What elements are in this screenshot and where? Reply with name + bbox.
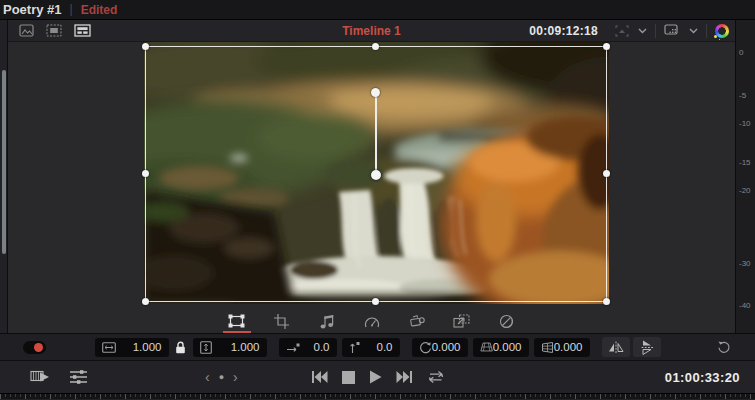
zoom-y-field[interactable]: 1.000	[193, 338, 267, 357]
image-thumbnail-icon[interactable]	[19, 24, 34, 37]
vertical-scrollbar[interactable]	[2, 70, 6, 254]
transform-handle-top-center[interactable]	[372, 43, 379, 50]
transform-handle-mid-left[interactable]	[142, 170, 149, 177]
edited-status-badge: Edited	[81, 3, 118, 17]
position-x-icon	[286, 342, 301, 353]
audio-meter-scale: 0 -5 -10 -15 -20 -30 -40	[735, 20, 755, 333]
crop-tool-button[interactable]	[273, 312, 291, 330]
reset-transform-icon[interactable]	[717, 340, 731, 354]
position-y-value: 0.0	[377, 341, 393, 353]
transform-enable-toggle[interactable]	[23, 341, 46, 354]
rotation-angle-value: 0.000	[432, 341, 461, 353]
viewer-timecode[interactable]: 00:09:12:18	[529, 24, 598, 38]
meter-label: -10	[739, 119, 751, 128]
monitor-grid-icon[interactable]	[664, 24, 681, 37]
pitch-field[interactable]: 0.000	[473, 338, 529, 357]
jog-right-chevron[interactable]: ›	[233, 369, 238, 385]
rotation-handle-line	[375, 93, 377, 175]
transform-handle-mid-right[interactable]	[603, 170, 610, 177]
viewer-header: Timeline 1 00:09:12:18	[8, 20, 735, 42]
retime-tool-button[interactable]	[363, 312, 381, 330]
position-y-icon	[349, 341, 361, 354]
lock-aspect-icon[interactable]	[174, 341, 188, 354]
divider	[655, 24, 656, 38]
meter-label: 0	[739, 48, 743, 57]
loop-button[interactable]	[427, 370, 445, 384]
yaw-icon	[541, 341, 554, 354]
yaw-field[interactable]: 0.000	[534, 338, 590, 357]
pitch-value: 0.000	[493, 341, 522, 353]
transform-tool-button[interactable]	[228, 312, 246, 330]
meter-label: -40	[739, 301, 751, 310]
audio-tool-button[interactable]	[318, 312, 336, 330]
position-x-field[interactable]: 0.0	[279, 338, 337, 357]
zoom-x-value: 1.000	[133, 341, 162, 353]
center-anchor-handle[interactable]	[371, 170, 381, 180]
transform-toolbar: 1.000 1.000	[0, 333, 755, 360]
viewer-stage	[8, 42, 735, 333]
transform-handle-bottom-center[interactable]	[372, 298, 379, 305]
toggle-on-dot	[34, 343, 43, 352]
film-frame-icon[interactable]	[46, 24, 62, 37]
pitch-icon	[480, 341, 493, 353]
zoom-x-field[interactable]: 1.000	[95, 338, 169, 357]
left-panel-edge	[0, 20, 8, 333]
transport-bar: ‹ ● ›	[0, 360, 755, 393]
go-to-start-button[interactable]	[311, 370, 328, 384]
jog-left-chevron[interactable]: ‹	[205, 369, 210, 385]
transform-handle-bottom-left[interactable]	[142, 298, 149, 305]
color-wheel-icon[interactable]	[715, 24, 729, 38]
chevron-down-icon[interactable]	[638, 28, 647, 34]
mixer-sliders-icon[interactable]	[69, 369, 88, 385]
timeline-strip-icon[interactable]	[74, 24, 91, 37]
transform-handle-bottom-right[interactable]	[603, 298, 610, 305]
rotation-angle-field[interactable]: 0.000	[412, 338, 468, 357]
zoom-y-value: 1.000	[231, 341, 260, 353]
jog-control[interactable]: ‹ ● ›	[205, 369, 238, 385]
resize-preview-icon[interactable]	[614, 24, 630, 38]
yaw-value: 0.000	[554, 341, 583, 353]
dynamic-zoom-tool-button[interactable]	[453, 312, 471, 330]
chevron-down-icon[interactable]	[689, 28, 698, 34]
transform-bounds-overlay	[145, 46, 607, 302]
meter-label: -5	[739, 91, 746, 100]
meter-label: -15	[739, 158, 751, 167]
zoom-x-icon	[102, 342, 116, 353]
transform-handle-top-left[interactable]	[142, 43, 149, 50]
flip-horizontal-button[interactable]	[602, 337, 630, 357]
blend-tool-button[interactable]	[498, 312, 516, 330]
flip-vertical-button[interactable]	[633, 337, 661, 357]
stop-button[interactable]	[342, 371, 355, 384]
jog-dot[interactable]: ●	[219, 372, 224, 382]
timeline-ruler[interactable]	[0, 393, 755, 399]
title-bar: Poetry #1 | Edited	[0, 0, 755, 20]
clip-play-icon[interactable]	[30, 369, 52, 385]
play-button[interactable]	[369, 370, 382, 384]
project-title: Poetry #1	[3, 2, 62, 17]
divider	[706, 24, 707, 38]
rotation-angle-icon	[419, 341, 432, 354]
meter-label: -20	[739, 186, 751, 195]
playhead-timecode[interactable]: 01:00:33:20	[665, 370, 740, 385]
title-separator: |	[70, 2, 73, 16]
go-to-end-button[interactable]	[396, 370, 413, 384]
meter-label: -30	[739, 259, 751, 268]
position-y-field[interactable]: 0.0	[342, 338, 400, 357]
viewer-tool-dock	[8, 309, 735, 333]
camera-3d-tool-button[interactable]	[408, 312, 426, 330]
rotation-handle[interactable]	[371, 88, 380, 97]
zoom-y-icon	[200, 341, 212, 354]
position-x-value: 0.0	[314, 341, 330, 353]
davinci-resolve-edit-viewer: Poetry #1 | Edited	[0, 0, 755, 400]
transform-handle-top-right[interactable]	[603, 43, 610, 50]
timeline-viewer-panel: Timeline 1 00:09:12:18	[8, 20, 735, 333]
